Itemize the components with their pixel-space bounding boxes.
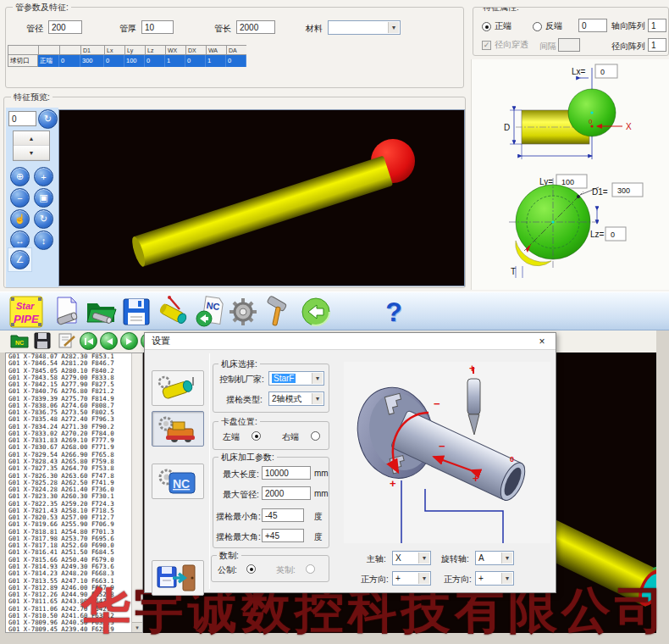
open-file-button[interactable] [83, 294, 119, 330]
preview-controls: 0 ↻ ▲ ▼ ⊕ + − ▣ ☝ ↻ ↔ ↕ ∠ [6, 108, 58, 287]
nc-edit-button[interactable] [58, 332, 76, 351]
pipe-tool-button[interactable] [158, 294, 193, 330]
tools-button[interactable] [259, 294, 295, 330]
rotate-view-button[interactable]: ↻ [34, 209, 53, 229]
min-angle-input[interactable]: -45 [262, 508, 304, 522]
table-cell[interactable]: 100 [124, 55, 145, 67]
front-end-radio[interactable] [482, 22, 491, 31]
pipe-tool-icon [158, 294, 193, 330]
max-length-input[interactable]: 10000 [262, 466, 311, 480]
nc-save-button[interactable] [34, 332, 51, 351]
chevron-down-icon: ▾ [312, 373, 323, 384]
nc-folder-icon: NC [10, 332, 29, 349]
back-end-radio[interactable] [533, 22, 542, 31]
rotate-view-icon: ↻ [40, 214, 47, 225]
table-cell[interactable]: 1 [206, 55, 226, 67]
dir1-select[interactable]: + ▾ [392, 571, 431, 586]
svg-text:NC: NC [15, 340, 24, 346]
table-cell[interactable]: 正端 [38, 55, 59, 67]
back-button[interactable] [298, 294, 334, 330]
table-cell[interactable]: 0 [145, 55, 165, 67]
machine-config-button[interactable] [152, 411, 204, 447]
chuck-right-radio[interactable] [311, 431, 320, 441]
table-row-header[interactable]: 球切口 [8, 55, 38, 67]
save-file-button[interactable] [119, 294, 154, 330]
preview-angle-input[interactable]: 0 [8, 111, 36, 126]
table-cell[interactable]: 0 [185, 55, 206, 67]
pipe-params-title: 管参数及特征: [13, 2, 71, 14]
machine-page-button[interactable] [152, 370, 204, 406]
nc-open-button[interactable]: NC [10, 332, 29, 351]
dir1-label: 正方向: [361, 574, 389, 586]
dialog-titlebar[interactable]: 设置 × [145, 333, 556, 350]
zoom-fit-button[interactable]: ▣ [34, 188, 53, 208]
table-cell[interactable]: 0 [226, 55, 246, 67]
close-icon[interactable]: × [535, 335, 549, 348]
material-select[interactable]: ▾ [328, 20, 401, 35]
nc-config-button[interactable]: NC [152, 464, 204, 499]
angle-stepper[interactable]: ▲ ▼ [13, 130, 50, 161]
hammer-icon [260, 295, 294, 329]
radial-array-label: 径向阵列 [611, 41, 645, 53]
lx-value[interactable]: 0 [600, 68, 605, 76]
next-icon [125, 337, 134, 346]
flip-vertical-button[interactable]: ↕ [34, 230, 53, 250]
lz-value[interactable]: 0 [611, 230, 615, 239]
rotary-select[interactable]: A ▾ [475, 551, 514, 565]
table-cell[interactable]: 0 [104, 55, 124, 67]
next-line-button[interactable] [120, 332, 138, 350]
table-cell[interactable]: 1 [165, 55, 185, 67]
prev-line-button[interactable] [100, 332, 118, 350]
radial-array-input[interactable]: 1 [648, 38, 666, 52]
max-angle-input[interactable]: +45 [262, 529, 304, 542]
rotate-angle-button[interactable]: ↻ [38, 109, 58, 129]
imperial-radio[interactable] [306, 564, 315, 574]
table-cell[interactable]: 0 [59, 55, 80, 67]
table-cell[interactable]: 300 [80, 55, 104, 67]
max-diameter-input[interactable]: 2000 [262, 486, 311, 500]
feature-props-group: 特征属性: 正端 反端 0 轴向阵列 1 间隔 0 ✓ 径向穿透 间隔 径向阵列… [473, 7, 669, 56]
preview-3d-viewport[interactable] [58, 109, 465, 286]
d1-value[interactable]: 300 [617, 186, 630, 195]
end-offset-input[interactable]: 0 [578, 19, 607, 32]
gun-type-select[interactable]: 2轴模式 ▾ [268, 391, 324, 406]
deg-unit-2: 度 [314, 531, 323, 543]
max-diameter-label: 最大管径: [223, 489, 259, 501]
length-input[interactable]: 2000 [236, 20, 275, 34]
angle-mode-button[interactable]: ∠ [10, 250, 30, 269]
stepper-up-icon[interactable]: ▲ [14, 131, 49, 146]
metric-radio[interactable] [246, 564, 256, 574]
zoom-in-button[interactable]: + [34, 167, 53, 186]
feature-table: D1 Lx Ly Lz WX DX WA DA 球切口 正端 0 300 0 1… [8, 45, 246, 67]
vendor-select[interactable]: StarF ▾ [268, 371, 324, 386]
first-line-button[interactable] [80, 332, 97, 350]
pan-button[interactable]: ⊕ [10, 167, 30, 186]
pan-icon: ⊕ [16, 171, 24, 182]
radial-pierce-checkbox[interactable]: ✓ [482, 41, 491, 50]
axial-array-label: 轴向阵列 [611, 20, 645, 32]
front-end-label: 正端 [495, 20, 511, 32]
thickness-label: 管厚 [119, 23, 136, 35]
hand-button[interactable]: ☝ [10, 209, 30, 229]
dir2-select[interactable]: + ▾ [475, 571, 514, 586]
spindle-select[interactable]: X ▾ [392, 551, 431, 565]
stepper-down-icon[interactable]: ▼ [14, 146, 49, 160]
dialog-title: 设置 [152, 335, 170, 347]
col-header: D1 [80, 45, 104, 55]
axial-array-input[interactable]: 1 [648, 19, 666, 32]
preview-pipe-render [59, 110, 464, 286]
diameter-input[interactable]: 200 [48, 20, 82, 34]
new-file-button[interactable] [49, 294, 85, 330]
settings-button[interactable] [225, 294, 261, 330]
floppy-icon [34, 332, 51, 349]
d-label: D [504, 123, 510, 132]
save-exit-button[interactable] [152, 560, 204, 596]
help-button[interactable]: ? [379, 294, 408, 330]
thickness-input[interactable]: 10 [141, 20, 174, 34]
x-axis-label: X [626, 122, 632, 131]
col-header: DA [226, 45, 246, 55]
zoom-out-button[interactable]: − [10, 188, 30, 208]
nc-export-button[interactable]: NC [193, 294, 229, 330]
chuck-left-radio[interactable] [252, 431, 261, 441]
ly-value[interactable]: 100 [561, 178, 574, 186]
